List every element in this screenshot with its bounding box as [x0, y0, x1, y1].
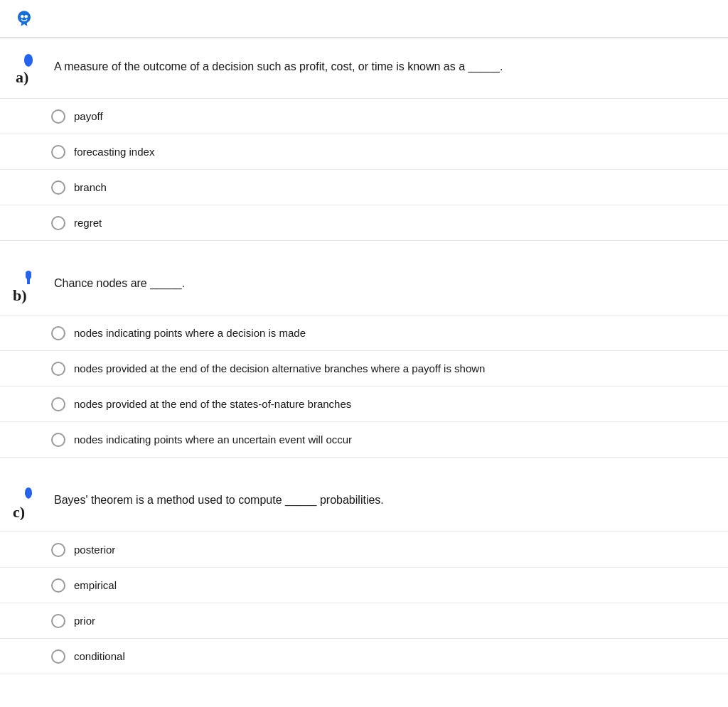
option-label-b-3: nodes indicating points where an uncerta… [74, 432, 352, 447]
option-label-c-3: conditional [74, 649, 125, 664]
radio-b-0[interactable] [51, 326, 65, 340]
radio-c-3[interactable] [51, 649, 65, 664]
radio-b-1[interactable] [51, 362, 65, 376]
question-text-b: Chance nodes are _____. [54, 269, 717, 292]
svg-text:a): a) [16, 68, 28, 86]
radio-b-3[interactable] [51, 433, 65, 447]
option-a-3[interactable]: regret [0, 205, 728, 241]
option-c-1[interactable]: empirical [0, 567, 728, 603]
svg-rect-4 [26, 271, 31, 279]
option-b-0[interactable]: nodes indicating points where a decision… [0, 315, 728, 350]
option-c-0[interactable]: posterior [0, 531, 728, 567]
option-label-c-1: empirical [74, 578, 117, 593]
options-list-c: posterior empirical prior conditional [0, 531, 728, 674]
option-label-b-0: nodes indicating points where a decision… [74, 325, 306, 340]
svg-text:c): c) [13, 503, 25, 520]
question-block-a: a) A measure of the outcome of a decisio… [0, 38, 728, 248]
option-a-0[interactable]: payoff [0, 98, 728, 134]
top-bar [0, 0, 728, 38]
svg-text:b): b) [13, 286, 27, 303]
option-b-2[interactable]: nodes provided at the end of the states-… [0, 386, 728, 421]
option-a-2[interactable]: branch [0, 169, 728, 205]
option-label-c-2: prior [74, 613, 95, 628]
radio-a-3[interactable] [51, 216, 65, 230]
option-label-b-1: nodes provided at the end of the decisio… [74, 361, 485, 376]
question-block-c: c) Bayes' theorem is a method used to co… [0, 465, 728, 681]
question-block-b: b) Chance nodes are _____. nodes indicat… [0, 248, 728, 465]
radio-c-0[interactable] [51, 543, 65, 557]
radio-a-1[interactable] [51, 145, 65, 159]
svg-point-1 [24, 15, 28, 18]
option-label-b-2: nodes provided at the end of the states-… [74, 396, 351, 411]
option-b-3[interactable]: nodes indicating points where an uncerta… [0, 421, 728, 458]
option-a-1[interactable]: forecasting index [0, 134, 728, 169]
question-number-a: a) [11, 53, 46, 87]
option-label-a-1: forecasting index [74, 144, 154, 159]
radio-a-2[interactable] [51, 180, 65, 195]
options-list-a: payoff forecasting index branch regret [0, 98, 728, 241]
question-text-a: A measure of the outcome of a decision s… [54, 53, 717, 75]
app-logo-icon [11, 6, 37, 31]
option-b-1[interactable]: nodes provided at the end of the decisio… [0, 350, 728, 386]
radio-c-1[interactable] [51, 578, 65, 593]
options-list-b: nodes indicating points where a decision… [0, 315, 728, 458]
question-number-c: c) [11, 486, 46, 520]
option-label-a-3: regret [74, 215, 102, 230]
radio-a-0[interactable] [51, 109, 65, 124]
option-c-2[interactable]: prior [0, 603, 728, 638]
question-header-c: c) Bayes' theorem is a method used to co… [0, 486, 728, 531]
svg-point-0 [21, 15, 24, 18]
option-label-c-0: posterior [74, 542, 115, 557]
question-number-b: b) [11, 269, 46, 303]
option-label-a-2: branch [74, 180, 107, 195]
option-c-3[interactable]: conditional [0, 638, 728, 674]
question-text-c: Bayes' theorem is a method used to compu… [54, 486, 717, 509]
svg-rect-5 [27, 279, 30, 284]
question-header-b: b) Chance nodes are _____. [0, 269, 728, 315]
radio-b-2[interactable] [51, 397, 65, 411]
option-label-a-0: payoff [74, 109, 103, 124]
radio-c-2[interactable] [51, 614, 65, 628]
question-header-a: a) A measure of the outcome of a decisio… [0, 53, 728, 98]
